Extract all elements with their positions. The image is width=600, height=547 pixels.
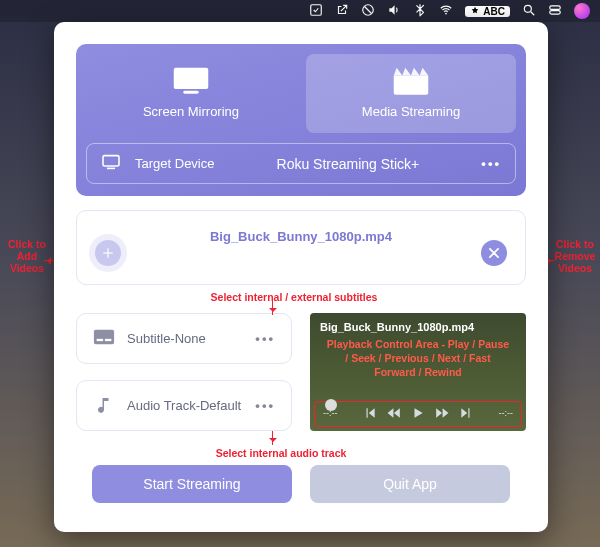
- annotation-arrow-audio: [272, 431, 273, 445]
- tab-screen-mirroring[interactable]: Screen Mirroring: [86, 54, 296, 133]
- player-title: Big_Buck_Bunny_1080p.mp4: [310, 313, 526, 335]
- next-icon[interactable]: [459, 406, 473, 420]
- subtitle-icon: [93, 328, 115, 349]
- mac-menubar: ABC: [0, 0, 600, 22]
- input-source-label: ABC: [483, 6, 505, 17]
- tab-label: Media Streaming: [362, 104, 460, 119]
- add-media-button[interactable]: [95, 240, 121, 266]
- svg-rect-13: [97, 339, 103, 341]
- svg-rect-9: [183, 91, 198, 94]
- spotlight-icon[interactable]: [522, 3, 536, 20]
- audio-track-selector[interactable]: Audio Track-Default •••: [76, 380, 292, 431]
- bottom-buttons: Start Streaming Quit App: [76, 465, 526, 503]
- subtitle-selector[interactable]: Subtitle-None •••: [76, 313, 292, 364]
- annotation-remove-videos: Click to Remove Videos: [550, 238, 600, 274]
- lower-grid: Subtitle-None ••• Big_Buck_Bunny_1080p.m…: [76, 313, 526, 431]
- playback-preview: Big_Buck_Bunny_1080p.mp4 Playback Contro…: [310, 313, 526, 431]
- music-note-icon: [93, 395, 115, 416]
- subtitle-more-icon[interactable]: •••: [255, 331, 275, 346]
- target-device-bar[interactable]: Target Device Roku Streaming Stick+ •••: [86, 143, 516, 184]
- close-icon: [487, 246, 501, 260]
- button-label: Quit App: [383, 476, 437, 492]
- clapperboard-icon: [388, 64, 434, 98]
- svg-point-3: [445, 12, 447, 14]
- start-streaming-button[interactable]: Start Streaming: [92, 465, 292, 503]
- tab-media-streaming[interactable]: Media Streaming: [306, 54, 516, 133]
- mode-tabs: Screen Mirroring Media Streaming: [86, 54, 516, 133]
- tray-icon[interactable]: [309, 3, 323, 20]
- audio-track-label: Audio Track-Default: [127, 398, 243, 413]
- svg-rect-6: [550, 5, 561, 8]
- volume-icon[interactable]: [387, 3, 401, 20]
- remove-media-button[interactable]: [481, 240, 507, 266]
- monitor-icon: [168, 64, 214, 98]
- playback-controls: --:-- --:--: [314, 401, 522, 427]
- input-source-chip[interactable]: ABC: [465, 6, 510, 17]
- fast-forward-icon[interactable]: [435, 406, 449, 420]
- mode-card: Screen Mirroring Media Streaming Target …: [76, 44, 526, 196]
- media-file-card: Big_Buck_Bunny_1080p.mp4: [76, 210, 526, 285]
- svg-rect-7: [550, 10, 561, 13]
- annotation-subtitles: Select internal / external subtitles: [184, 291, 404, 303]
- seek-handle[interactable]: [325, 399, 337, 411]
- svg-line-5: [531, 11, 535, 15]
- svg-line-2: [365, 6, 372, 13]
- external-link-icon[interactable]: [335, 3, 349, 20]
- tv-icon: [101, 154, 121, 173]
- annotation-playback: Playback Control Area - Play / Pause / S…: [310, 335, 526, 382]
- annotation-arrow-sub: [272, 301, 273, 315]
- control-center-icon[interactable]: [548, 3, 562, 20]
- media-file-name: Big_Buck_Bunny_1080p.mp4: [97, 229, 505, 244]
- wifi-icon[interactable]: [439, 3, 453, 20]
- annotation-audio: Select internal audio track: [196, 447, 366, 459]
- svg-point-4: [524, 5, 531, 12]
- audio-more-icon[interactable]: •••: [255, 398, 275, 413]
- svg-rect-0: [311, 4, 322, 15]
- svg-rect-8: [174, 68, 209, 89]
- target-device-name: Roku Streaming Stick+: [228, 156, 467, 172]
- subtitle-label: Subtitle-None: [127, 331, 243, 346]
- target-device-label: Target Device: [135, 156, 214, 171]
- svg-rect-10: [103, 156, 119, 166]
- button-label: Start Streaming: [143, 476, 240, 492]
- app-window: Screen Mirroring Media Streaming Target …: [54, 22, 548, 532]
- quit-app-button[interactable]: Quit App: [310, 465, 510, 503]
- plus-icon: [101, 246, 115, 260]
- device-more-icon[interactable]: •••: [481, 156, 501, 171]
- svg-rect-12: [94, 330, 114, 345]
- previous-icon[interactable]: [363, 406, 377, 420]
- play-icon[interactable]: [411, 406, 425, 420]
- svg-rect-14: [105, 339, 111, 341]
- bluetooth-icon[interactable]: [413, 3, 427, 20]
- do-not-disturb-icon[interactable]: [361, 3, 375, 20]
- tab-label: Screen Mirroring: [143, 104, 239, 119]
- time-total: --:--: [499, 408, 514, 418]
- siri-icon[interactable]: [574, 3, 590, 19]
- rewind-icon[interactable]: [387, 406, 401, 420]
